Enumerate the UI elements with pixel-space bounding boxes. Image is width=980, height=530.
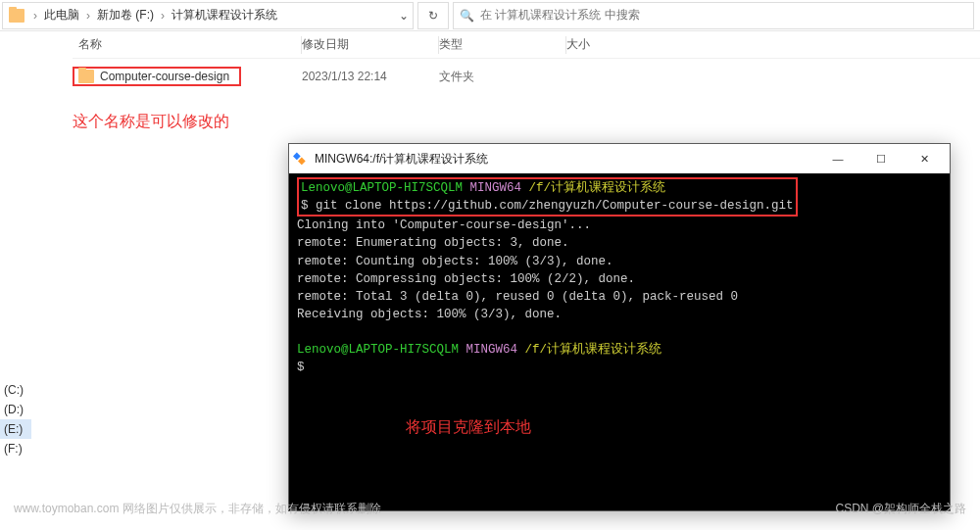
terminal-titlebar[interactable]: MINGW64:/f/计算机课程设计系统 — ☐ ✕	[289, 144, 950, 173]
search-icon: 🔍	[460, 9, 474, 23]
terminal-body[interactable]: Lenovo@LAPTOP-HI7SCQLM MINGW64 /f/计算机课程设…	[289, 173, 950, 510]
terminal-window: MINGW64:/f/计算机课程设计系统 — ☐ ✕ Lenovo@LAPTOP…	[288, 143, 951, 511]
rename-annotation: 这个名称是可以修改的	[73, 112, 980, 132]
drive-f[interactable]: (F:)	[0, 439, 31, 458]
terminal-output-line: Cloning into 'Computer-course-design'...	[297, 217, 942, 234]
git-clone-command: git clone https://github.com/zhengyuzh/C…	[316, 199, 794, 213]
column-name[interactable]: 名称	[73, 36, 302, 54]
file-name-highlighted[interactable]: Computer-course-design	[73, 67, 241, 86]
file-row[interactable]: Computer-course-design 2023/1/13 22:14 文…	[73, 65, 980, 88]
chevron-right-icon[interactable]: ›	[158, 9, 168, 23]
mingw-icon	[293, 151, 309, 167]
drive-e[interactable]: (E:)	[0, 419, 31, 439]
terminal-output-line: Receiving objects: 100% (3/3), done.	[297, 306, 942, 323]
folder-icon	[78, 70, 94, 83]
watermark-left: www.toymoban.com 网络图片仅供展示，非存储，如有侵权请联系删除	[14, 501, 381, 517]
breadcrumb[interactable]: › 此电脑 › 新加卷 (F:) › 计算机课程设计系统 ⌄	[2, 2, 414, 29]
file-type: 文件夹	[439, 69, 566, 85]
crumb-folder[interactable]: 计算机课程设计系统	[168, 7, 281, 24]
terminal-output-line: remote: Enumerating objects: 3, done.	[297, 234, 942, 252]
terminal-title: MINGW64:/f/计算机课程设计系统	[315, 151, 816, 168]
folder-icon	[9, 9, 24, 23]
clone-annotation: 将项目克隆到本地	[406, 417, 531, 438]
terminal-output-line: remote: Counting objects: 100% (3/3), do…	[297, 253, 942, 270]
file-date: 2023/1/13 22:14	[302, 70, 439, 83]
crumb-this-pc[interactable]: 此电脑	[40, 7, 83, 24]
drive-list: (C:) (D:) (E:) (F:)	[0, 380, 31, 458]
search-placeholder: 在 计算机课程设计系统 中搜索	[480, 7, 640, 24]
chevron-right-icon[interactable]: ›	[30, 9, 40, 23]
drive-d[interactable]: (D:)	[0, 400, 31, 419]
column-type[interactable]: 类型	[439, 36, 566, 54]
watermark-right: CSDN @架构师全栈之路	[835, 501, 966, 517]
file-name: Computer-course-design	[100, 70, 229, 83]
crumb-drive[interactable]: 新加卷 (F:)	[93, 7, 158, 24]
minimize-button[interactable]: —	[816, 145, 859, 173]
search-input[interactable]: 🔍 在 计算机课程设计系统 中搜索	[453, 2, 974, 29]
column-date[interactable]: 修改日期	[302, 36, 439, 54]
column-headers: 名称 修改日期 类型 大小	[73, 31, 980, 59]
terminal-prompt: Lenovo@LAPTOP-HI7SCQLM MINGW64 /f/计算机课程设…	[297, 341, 942, 359]
terminal-output-line: remote: Total 3 (delta 0), reused 0 (del…	[297, 288, 942, 306]
terminal-cursor-line[interactable]: $	[297, 359, 942, 376]
terminal-output-line: remote: Compressing objects: 100% (2/2),…	[297, 270, 942, 288]
chevron-right-icon[interactable]: ›	[83, 9, 93, 23]
maximize-button[interactable]: ☐	[859, 145, 903, 173]
address-bar: › 此电脑 › 新加卷 (F:) › 计算机课程设计系统 ⌄ ↻ 🔍 在 计算机…	[0, 0, 980, 31]
column-size[interactable]: 大小	[566, 36, 664, 53]
drive-c[interactable]: (C:)	[0, 380, 31, 400]
command-highlight: Lenovo@LAPTOP-HI7SCQLM MINGW64 /f/计算机课程设…	[297, 177, 798, 217]
refresh-button[interactable]: ↻	[417, 2, 449, 29]
close-button[interactable]: ✕	[903, 145, 946, 173]
chevron-down-icon[interactable]: ⌄	[395, 9, 413, 23]
